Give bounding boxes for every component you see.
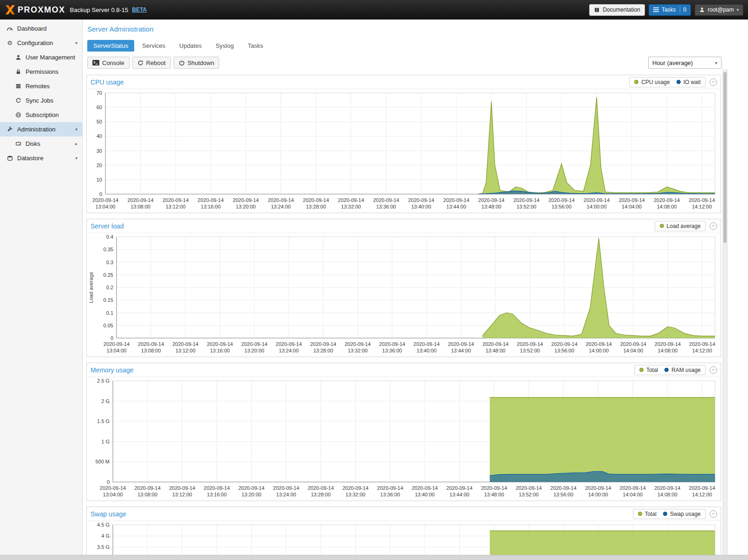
svg-text:2020-09-14: 2020-09-14: [654, 485, 680, 491]
svg-text:13:12:00: 13:12:00: [172, 492, 192, 497]
svg-text:2020-09-14: 2020-09-14: [308, 485, 334, 491]
server-load-panel: Server load Load average − 2020-09-1413:…: [86, 219, 721, 357]
svg-text:2020-09-14: 2020-09-14: [135, 485, 161, 491]
svg-text:2020-09-14: 2020-09-14: [620, 485, 646, 491]
gear-icon: ⚙: [6, 39, 14, 46]
svg-text:2020-09-14: 2020-09-14: [92, 197, 118, 203]
legend-label: IO wait: [683, 79, 701, 85]
documentation-button[interactable]: Documentation: [589, 4, 645, 16]
sidebar-item-label: Permissions: [26, 68, 59, 75]
svg-text:2020-09-14: 2020-09-14: [620, 341, 646, 347]
svg-text:13:52:00: 13:52:00: [520, 348, 540, 353]
sidebar-item-configuration[interactable]: ⚙ Configuration ▾: [0, 36, 82, 50]
sidebar-item-user-management[interactable]: User Management: [0, 50, 82, 65]
sidebar-item-remotes[interactable]: Remotes: [0, 79, 82, 93]
svg-text:2020-09-14: 2020-09-14: [618, 197, 644, 203]
sidebar-item-datastore[interactable]: Datastore ▾: [0, 151, 82, 165]
panel-title: Server load: [91, 222, 655, 230]
legend-item[interactable]: Total: [639, 367, 658, 373]
shutdown-button[interactable]: Shutdown: [174, 57, 220, 69]
collapse-panel-button[interactable]: −: [709, 510, 717, 518]
sidebar-item-permissions[interactable]: Permissions: [0, 65, 82, 79]
tasks-button[interactable]: Tasks 0: [649, 4, 691, 16]
svg-text:13:20:00: 13:20:00: [244, 348, 264, 353]
sidebar-item-disks[interactable]: Disks ▸: [0, 137, 82, 151]
collapse-panel-button[interactable]: −: [709, 366, 717, 374]
svg-text:13:24:00: 13:24:00: [276, 492, 296, 497]
tab-tasks[interactable]: Tasks: [241, 40, 269, 52]
server-stack-icon: [14, 83, 22, 89]
chevron-down-icon: ▾: [75, 156, 78, 161]
svg-text:2020-09-14: 2020-09-14: [377, 485, 403, 491]
collapse-panel-button[interactable]: −: [709, 222, 717, 230]
console-button[interactable]: Console: [87, 57, 130, 69]
legend-item[interactable]: RAM usage: [664, 367, 701, 373]
globe-icon: [14, 112, 22, 118]
chart-panels: CPU usage CPU usageIO wait − 2020-09-141…: [86, 75, 721, 560]
timeframe-select[interactable]: Hour (average) ▾: [648, 57, 722, 69]
beta-link[interactable]: BETA: [132, 7, 147, 13]
lock-icon: [14, 69, 22, 75]
svg-text:13:32:00: 13:32:00: [341, 204, 361, 209]
tab-bar: ServerStatus Services Updates Syslog Tas…: [87, 39, 748, 52]
svg-text:13:52:00: 13:52:00: [516, 204, 536, 209]
svg-text:2020-09-14: 2020-09-14: [233, 197, 259, 203]
legend-item[interactable]: Swap usage: [663, 511, 701, 517]
vertical-scrollbar[interactable]: [722, 70, 728, 554]
svg-text:13:16:00: 13:16:00: [201, 204, 221, 209]
svg-text:1 G: 1 G: [101, 439, 110, 444]
svg-text:13:04:00: 13:04:00: [107, 348, 127, 353]
legend-label: CPU usage: [641, 79, 670, 85]
svg-text:2020-09-14: 2020-09-14: [443, 197, 469, 203]
server-load-chart: 2020-09-1413:04:002020-09-1413:08:002020…: [87, 233, 721, 357]
sidebar-item-label: Configuration: [17, 39, 53, 46]
sidebar-item-sync-jobs[interactable]: Sync Jobs: [0, 93, 82, 108]
sidebar-item-dashboard[interactable]: Dashboard: [0, 21, 82, 36]
svg-text:13:36:00: 13:36:00: [380, 492, 400, 497]
sidebar-item-administration[interactable]: Administration ▾: [0, 122, 82, 137]
sidebar-item-label: Subscription: [26, 111, 59, 118]
legend-item[interactable]: Total: [638, 511, 657, 517]
top-bar: PROXMOX Backup Server 0.8-15 BETA Docume…: [0, 0, 748, 20]
svg-text:0.25: 0.25: [104, 272, 113, 278]
svg-text:70: 70: [97, 90, 102, 96]
sidebar-item-label: Remotes: [26, 83, 50, 90]
task-list-icon: [653, 7, 659, 13]
svg-text:0.05: 0.05: [104, 323, 113, 328]
legend-item[interactable]: Load average: [660, 223, 701, 229]
horizontal-scrollbar[interactable]: [0, 555, 748, 560]
tab-syslog[interactable]: Syslog: [209, 40, 240, 52]
svg-text:13:12:00: 13:12:00: [166, 204, 186, 209]
svg-text:2020-09-14: 2020-09-14: [655, 341, 681, 347]
cpu-usage-panel: CPU usage CPU usageIO wait − 2020-09-141…: [86, 75, 721, 213]
tab-updates[interactable]: Updates: [173, 40, 208, 52]
svg-text:2020-09-14: 2020-09-14: [241, 341, 267, 347]
svg-text:13:40:00: 13:40:00: [411, 204, 431, 209]
svg-text:13:16:00: 13:16:00: [210, 348, 230, 353]
legend-item[interactable]: IO wait: [676, 79, 701, 85]
svg-text:0.4: 0.4: [106, 234, 113, 240]
legend-label: Load average: [667, 223, 701, 229]
svg-text:13:36:00: 13:36:00: [376, 204, 396, 209]
tab-services[interactable]: Services: [136, 40, 171, 52]
user-menu-button[interactable]: root@pam ▾: [695, 4, 743, 16]
svg-text:13:32:00: 13:32:00: [348, 348, 368, 353]
sidebar-item-label: Administration: [17, 126, 55, 133]
svg-text:13:48:00: 13:48:00: [484, 492, 504, 497]
legend-item[interactable]: CPU usage: [634, 79, 670, 85]
chevron-down-icon: ▾: [75, 127, 78, 132]
sidebar-item-label: Dashboard: [17, 25, 47, 32]
svg-text:13:08:00: 13:08:00: [141, 348, 161, 353]
proxmox-x-icon: [5, 5, 16, 15]
panel-title: Memory usage: [91, 366, 634, 374]
svg-text:13:28:00: 13:28:00: [306, 204, 326, 209]
reboot-button[interactable]: Reboot: [132, 57, 171, 69]
timeframe-value: Hour (average): [652, 59, 693, 66]
collapse-panel-button[interactable]: −: [709, 78, 717, 86]
svg-text:2020-09-14: 2020-09-14: [516, 485, 542, 491]
svg-text:13:44:00: 13:44:00: [451, 348, 471, 353]
tab-serverstatus[interactable]: ServerStatus: [87, 40, 134, 52]
scrollbar-thumb[interactable]: [723, 72, 727, 243]
svg-text:13:36:00: 13:36:00: [382, 348, 402, 353]
sidebar-item-subscription[interactable]: Subscription: [0, 108, 82, 122]
